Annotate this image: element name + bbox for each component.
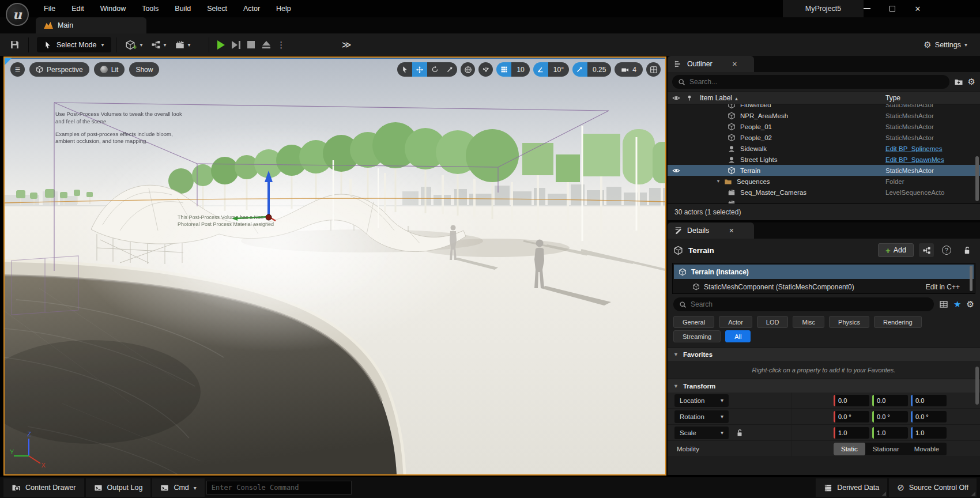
grid-snap-value[interactable]: 10 bbox=[511, 62, 529, 77]
scale-x-field[interactable]: 1.0 bbox=[834, 427, 869, 439]
surface-snapping-button[interactable] bbox=[478, 62, 493, 77]
mobility-stationary-button[interactable]: Stationar bbox=[865, 443, 907, 455]
filter-misc[interactable]: Misc bbox=[793, 316, 824, 328]
filter-lod[interactable]: LOD bbox=[757, 316, 789, 328]
component-row[interactable]: StaticMeshComponent (StaticMeshComponent… bbox=[673, 280, 975, 293]
details-search-input[interactable] bbox=[673, 297, 934, 311]
toolbar-overflow-button[interactable]: ≫ bbox=[342, 39, 352, 50]
select-tool-button[interactable] bbox=[397, 62, 412, 77]
grid-snap-toggle[interactable] bbox=[496, 62, 511, 77]
eject-button[interactable] bbox=[259, 37, 274, 52]
scale-z-field[interactable]: 1.0 bbox=[911, 427, 947, 439]
outliner-row[interactable]: Seq_Master_CamerasLevelSequenceActo bbox=[668, 187, 980, 198]
filter-streaming[interactable]: Streaming bbox=[673, 330, 721, 342]
tab-outliner[interactable]: Outliner ✕ bbox=[668, 56, 754, 72]
add-actor-dropdown[interactable]: + ▾ bbox=[121, 37, 147, 53]
details-scrollbar[interactable] bbox=[975, 367, 979, 405]
filter-all[interactable]: All bbox=[725, 330, 751, 342]
details-search-field[interactable] bbox=[691, 300, 928, 308]
mobility-movable-button[interactable]: Movable bbox=[907, 443, 947, 455]
show-dropdown[interactable]: Show bbox=[129, 62, 159, 77]
edit-blueprint-link[interactable]: Edit BP_SpawnMes bbox=[885, 156, 977, 163]
tab-details[interactable]: Details ✕ bbox=[668, 222, 754, 239]
scale-dropdown[interactable]: Scale▾ bbox=[674, 427, 729, 439]
filter-rendering[interactable]: Rendering bbox=[874, 316, 922, 328]
outliner-settings-gear-icon[interactable]: ⚙ bbox=[968, 77, 975, 87]
view-mode-dropdown[interactable]: Lit bbox=[94, 62, 125, 77]
viewport-options-button[interactable]: ≡ bbox=[10, 62, 25, 77]
viewport-layout-button[interactable] bbox=[646, 62, 661, 77]
filter-actor[interactable]: Actor bbox=[719, 316, 752, 328]
outliner-search-field[interactable] bbox=[689, 78, 944, 86]
rotation-x-field[interactable]: 0.0 ° bbox=[834, 411, 869, 422]
scale-y-field[interactable]: 1.0 bbox=[872, 427, 908, 439]
menu-build[interactable]: Build bbox=[167, 0, 199, 17]
scale-lock-toggle[interactable] bbox=[736, 429, 744, 437]
cinematics-dropdown[interactable]: ▾ bbox=[171, 37, 195, 53]
column-item-label[interactable]: Item Label ▲ bbox=[700, 94, 738, 102]
component-row-selected[interactable]: Terrain (Instance) bbox=[674, 265, 974, 279]
blueprints-dropdown[interactable]: ▾ bbox=[147, 37, 171, 53]
menu-edit[interactable]: Edit bbox=[63, 0, 92, 17]
outliner-row[interactable]: Street LightsEdit BP_SpawnMes bbox=[668, 154, 980, 165]
menu-window[interactable]: Window bbox=[92, 0, 134, 17]
select-mode-dropdown[interactable]: Select Mode ▾ bbox=[37, 37, 111, 52]
outliner-scrollbar[interactable] bbox=[975, 156, 979, 201]
rotation-snap-toggle[interactable] bbox=[533, 62, 548, 77]
camera-speed-control[interactable]: 4 bbox=[615, 62, 643, 77]
menu-help[interactable]: Help bbox=[268, 0, 299, 17]
scale-snap-toggle[interactable] bbox=[572, 62, 587, 77]
close-icon[interactable]: ✕ bbox=[732, 61, 737, 68]
outliner-row[interactable]: FlowerbedStaticMeshActor bbox=[668, 104, 980, 110]
display-options-icon[interactable] bbox=[939, 300, 948, 309]
stop-button[interactable] bbox=[244, 37, 259, 52]
close-button[interactable]: ✕ bbox=[905, 0, 930, 17]
perspective-dropdown[interactable]: Perspective bbox=[29, 62, 89, 77]
output-log-button[interactable]: Output Log bbox=[86, 478, 151, 497]
outliner-row-partial[interactable] bbox=[668, 198, 980, 203]
scale-snap-value[interactable]: 0.25 bbox=[587, 62, 611, 77]
add-component-button[interactable]: + Add bbox=[878, 243, 914, 257]
location-y-field[interactable]: 0.0 bbox=[872, 395, 908, 406]
outliner-row[interactable]: People_02StaticMeshActor bbox=[668, 132, 980, 143]
menu-actor[interactable]: Actor bbox=[235, 0, 268, 17]
rotation-z-field[interactable]: 0.0 ° bbox=[911, 411, 947, 422]
expand-caret-icon[interactable]: ▼ bbox=[716, 179, 721, 184]
maximize-button[interactable] bbox=[880, 0, 905, 17]
derived-data-button[interactable]: Derived Data bbox=[816, 478, 887, 497]
outliner-row[interactable]: NPR_AreaMeshStaticMeshActor bbox=[668, 110, 980, 121]
column-type[interactable]: Type bbox=[885, 94, 900, 102]
outliner-folder-row[interactable]: ▼ SequencesFolder bbox=[668, 176, 980, 187]
minimize-button[interactable] bbox=[854, 0, 880, 17]
favorites-star-icon[interactable]: ★ bbox=[953, 299, 961, 310]
save-button[interactable] bbox=[6, 37, 24, 53]
play-options-kebab[interactable]: ⋮ bbox=[274, 37, 289, 52]
world-local-toggle[interactable] bbox=[461, 62, 475, 77]
outliner-row-selected[interactable]: TerrainStaticMeshActor bbox=[668, 165, 980, 176]
lock-details-button[interactable] bbox=[959, 243, 974, 257]
console-command-input[interactable] bbox=[206, 481, 352, 495]
filter-physics[interactable]: Physics bbox=[829, 316, 869, 328]
location-z-field[interactable]: 0.0 bbox=[911, 395, 947, 406]
scale-tool-button[interactable] bbox=[442, 62, 457, 77]
tab-main-level[interactable]: Main bbox=[36, 17, 146, 33]
menu-tools[interactable]: Tools bbox=[134, 0, 167, 17]
location-dropdown[interactable]: Location▾ bbox=[674, 394, 729, 407]
outliner-search-input[interactable] bbox=[672, 75, 949, 89]
move-tool-button[interactable] bbox=[412, 62, 427, 77]
unreal-logo-icon[interactable]: u bbox=[6, 3, 29, 26]
edit-blueprint-link[interactable]: Edit BP_Splinemes bbox=[885, 145, 977, 152]
outliner-row[interactable]: People_01StaticMeshActor bbox=[668, 121, 980, 132]
content-drawer-button[interactable]: Content Drawer bbox=[3, 478, 84, 497]
close-icon[interactable]: ✕ bbox=[729, 227, 734, 235]
edit-in-cpp-link[interactable]: Edit in C++ bbox=[926, 283, 960, 291]
location-x-field[interactable]: 0.0 bbox=[834, 395, 869, 406]
frame-skip-button[interactable] bbox=[229, 37, 244, 52]
convert-to-blueprint-button[interactable] bbox=[919, 243, 934, 257]
favorites-section-header[interactable]: ▼ Favorites bbox=[668, 347, 980, 361]
visibility-column-eye-icon[interactable] bbox=[672, 94, 680, 102]
mobility-static-button[interactable]: Static bbox=[834, 443, 865, 455]
viewport-panel[interactable]: ≡ Perspective Lit Show 10 10° bbox=[3, 56, 666, 476]
help-button[interactable]: ? bbox=[939, 243, 954, 257]
rotation-snap-value[interactable]: 10° bbox=[548, 62, 569, 77]
